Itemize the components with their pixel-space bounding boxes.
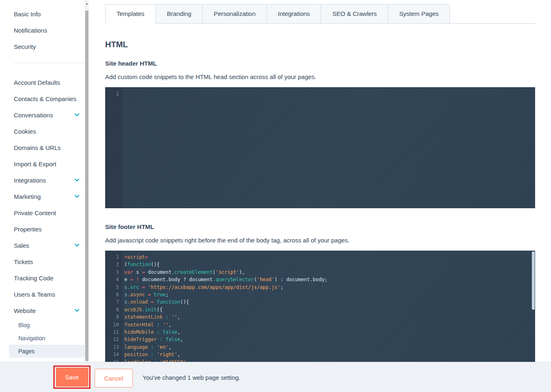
line-number: 4: [105, 276, 122, 283]
sidebar-item-label: Sales: [14, 242, 29, 249]
chevron-down-icon: [75, 195, 79, 198]
line-number: 7: [105, 298, 122, 306]
sidebar-item-integrations[interactable]: Integrations: [0, 172, 85, 188]
site-header-html-heading: Site header HTML: [105, 60, 535, 67]
code-line: 1: [105, 90, 535, 97]
tab-integrations[interactable]: Integrations: [267, 4, 321, 24]
sidebar-item-website[interactable]: Website: [0, 302, 85, 319]
sidebar-item-label: Tracking Code: [14, 275, 53, 282]
sidebar-item-label: Private Content: [14, 209, 56, 216]
code-line: 1<script>: [105, 253, 535, 261]
code-text: hideTrigger : false,: [122, 336, 183, 343]
cancel-button[interactable]: Cancel: [95, 369, 133, 388]
line-number: 11: [105, 328, 122, 336]
sidebar-item-label: Contacts & Companies: [14, 95, 76, 102]
code-text: <script>: [122, 253, 148, 261]
site-footer-html-editor[interactable]: 1<script>2(function(){3var s = document.…: [105, 251, 535, 362]
editor-lines: 1<script>2(function(){3var s = document.…: [105, 251, 535, 362]
sidebar-item-account-defaults[interactable]: Account Defaults: [0, 74, 85, 90]
line-number: 3: [105, 269, 122, 276]
sidebar-item-label: Properties: [14, 226, 42, 233]
code-line: 12hideTrigger : false,: [105, 336, 535, 343]
sidebar-item-label: Website: [14, 307, 36, 314]
sidebar-item-tracking-code[interactable]: Tracking Code: [0, 270, 85, 286]
sidebar-item-notifications[interactable]: Notifications: [0, 22, 85, 38]
click-annotation: Save: [53, 366, 90, 389]
editor-gutter: [105, 87, 122, 208]
line-number: 1: [105, 253, 122, 261]
sidebar-item-label: Account Defaults: [14, 79, 60, 86]
sidebar-item-security[interactable]: Security: [0, 38, 85, 55]
sidebar-item-pages[interactable]: Pages: [9, 345, 85, 358]
code-text: s.onload = function(){: [122, 298, 189, 306]
code-line: 9statementLink : '',: [105, 313, 535, 321]
line-number: 9: [105, 313, 122, 321]
code-line: 3var s = document.createElement('script'…: [105, 269, 535, 276]
sidebar-item-label: Import & Export: [14, 161, 56, 167]
code-line: 13language : 'en',: [105, 344, 535, 351]
line-number: 8: [105, 306, 122, 313]
sidebar-item-label: Cookies: [14, 128, 36, 135]
sidebar-item-domains-urls[interactable]: Domains & URLs: [0, 139, 85, 156]
sidebar-item-label: Users & Teams: [14, 291, 55, 298]
tab-templates[interactable]: Templates: [105, 4, 156, 24]
line-number: 1: [105, 90, 122, 97]
code-text: position : 'right',: [122, 351, 180, 358]
sidebar-scrollbar-thumb[interactable]: [85, 11, 88, 361]
tab-personalization[interactable]: Personalization: [202, 4, 267, 24]
line-number: 5: [105, 284, 122, 291]
sidebar-item-blog[interactable]: Blog: [9, 319, 85, 332]
sidebar-item-tickets[interactable]: Tickets: [0, 253, 85, 270]
sidebar-item-import-export[interactable]: Import & Export: [0, 156, 85, 172]
sidebar-item-label: Basic Info: [14, 11, 41, 18]
editor-scrollbar-thumb[interactable]: [532, 251, 535, 310]
sidebar-scrollbar[interactable]: ▲: [85, 0, 89, 362]
tab-seo-crawlers[interactable]: SEO & Crawlers: [321, 4, 388, 24]
save-button[interactable]: Save: [56, 368, 88, 387]
site-footer-html-section: Site footer HTML Add javascript code sni…: [105, 223, 535, 362]
sidebar-item-contacts-companies[interactable]: Contacts & Companies: [0, 90, 85, 107]
site-header-html-section: Site header HTML Add custom code snippet…: [105, 60, 535, 208]
sidebar-item-label: Navigation: [18, 335, 45, 341]
code-line: 2(function(){: [105, 261, 535, 268]
code-text: acsbJS.init({: [122, 306, 163, 313]
sidebar-item-cookies[interactable]: Cookies: [0, 123, 85, 139]
code-text: hideMobile : false,: [122, 328, 180, 336]
code-text: footerHtml : '',: [122, 321, 172, 328]
tab-branding[interactable]: Branding: [155, 4, 203, 24]
code-text: e = ! document.body ? document.querySele…: [122, 276, 328, 283]
sidebar-item-users-teams[interactable]: Users & Teams: [0, 286, 85, 302]
line-number: 14: [105, 351, 122, 358]
site-footer-html-description: Add javascript code snippets right befor…: [105, 237, 535, 244]
tab-system-pages[interactable]: System Pages: [388, 4, 450, 24]
site-header-html-editor[interactable]: 1: [105, 87, 535, 208]
sidebar-item-label: Pages: [18, 348, 35, 355]
scroll-up-icon[interactable]: ▲: [85, 0, 89, 7]
sidebar-item-basic-info[interactable]: Basic Info: [0, 6, 85, 22]
code-text: statementLink : '',: [122, 313, 180, 321]
editor-lines: 1: [105, 87, 535, 97]
settings-tabs: TemplatesBrandingPersonalizationIntegrat…: [105, 4, 535, 24]
line-number: 13: [105, 344, 122, 351]
sidebar-item-properties[interactable]: Properties: [0, 221, 85, 237]
line-number: 10: [105, 321, 122, 328]
sidebar-nav: Basic InfoNotificationsSecurityAccount D…: [0, 6, 85, 358]
sidebar-item-label: Notifications: [14, 27, 47, 34]
sidebar-item-sales[interactable]: Sales: [0, 237, 85, 253]
sidebar-item-label: Domains & URLs: [14, 144, 61, 151]
sidebar-item-conversations[interactable]: Conversations: [0, 107, 85, 123]
sidebar-item-private-content[interactable]: Private Content: [0, 205, 85, 221]
code-text: s.async = true;: [122, 291, 168, 298]
chevron-down-icon: [75, 309, 79, 312]
line-number: 2: [105, 261, 122, 268]
line-number: 12: [105, 336, 122, 343]
action-bar: Save Cancel You've changed 1 web page se…: [0, 362, 551, 392]
sidebar-item-label: Marketing: [14, 193, 41, 200]
sidebar-item-marketing[interactable]: Marketing: [0, 188, 85, 205]
code-line: 11hideMobile : false,: [105, 328, 535, 336]
sidebar-item-label: Security: [14, 43, 36, 50]
code-line: 14position : 'right',: [105, 351, 535, 358]
sidebar-item-navigation[interactable]: Navigation: [9, 332, 85, 345]
code-text: s.src = 'https://acsbapp.com/apps/app/di…: [122, 284, 283, 291]
code-line: 4e = ! document.body ? document.querySel…: [105, 276, 535, 283]
